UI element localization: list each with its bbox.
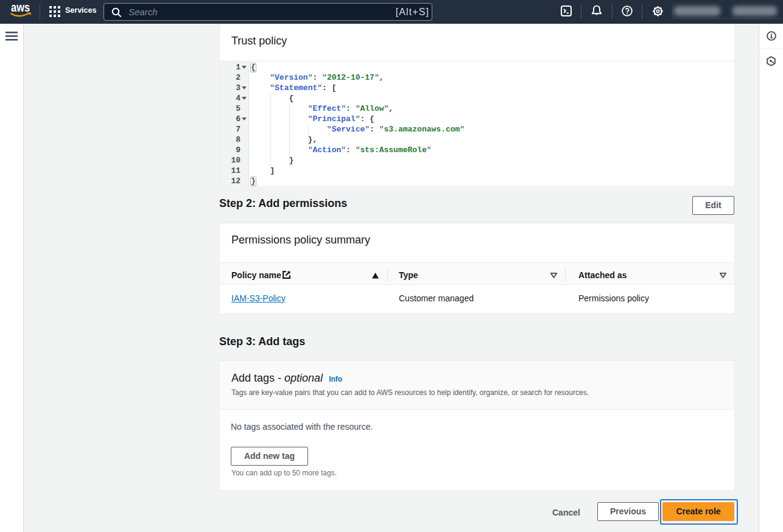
svg-text:aws: aws bbox=[11, 2, 30, 15]
